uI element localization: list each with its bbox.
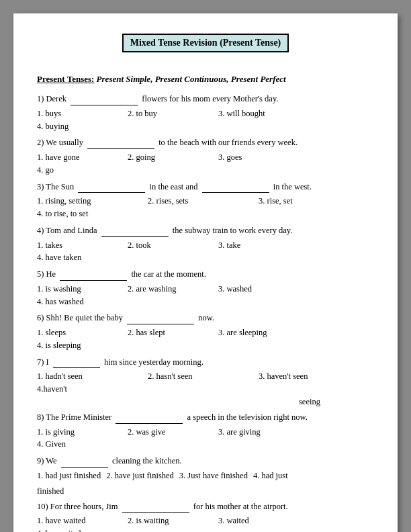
q1-options: 1. buys 2. to buy 3. will bought 4. buyi… <box>37 107 374 133</box>
q8-opt2: 2. was give <box>128 426 215 439</box>
q4-opt4: 4. have taken <box>37 251 124 264</box>
q2-opt1: 1. have gone <box>37 151 124 164</box>
q9-opt2: 2. have just finished <box>106 470 174 482</box>
q3-blank1 <box>78 192 145 193</box>
title-wrapper: Mixed Tense Revision (Present Tense) <box>37 34 374 64</box>
q1-blank <box>71 105 138 105</box>
q3-opt1: 1. rising, setting <box>37 195 144 208</box>
q6-opt3: 3. are sleeping <box>218 326 306 339</box>
q8-text: 8) The Prime Minister a speech in the te… <box>37 411 374 424</box>
question-2: 2) We usually to the beach with our frie… <box>37 136 374 176</box>
q1-opt2: 2. to buy <box>128 107 215 120</box>
q5-opt4: 4. has washed <box>37 296 124 308</box>
q6-options: 1. sleeps 2. has slept 3. are sleeping 4… <box>37 326 374 352</box>
title-text: Mixed Tense Revision (Present Tense) <box>130 38 281 48</box>
q6-opt4: 4. is sleeping <box>37 339 124 352</box>
q4-blank <box>101 236 169 237</box>
q8-opt1: 1. is giving <box>37 426 124 439</box>
q7-opt3: 3. haven't seen <box>259 370 366 383</box>
q7-text: 7) I him since yesterday morning. <box>37 356 374 369</box>
q5-opt3: 3. washed <box>218 283 306 296</box>
q2-opt3: 3. goes <box>218 151 306 164</box>
q1-opt3: 3. will bought <box>218 107 306 120</box>
q10-text: 10) For three hours, Jim for his mother … <box>37 500 374 513</box>
q2-text: 2) We usually to the beach with our frie… <box>37 136 374 149</box>
q7-opt2: 2. hasn't seen <box>148 370 255 383</box>
q4-options: 1. takes 2. took 3. take 4. have taken <box>37 239 374 265</box>
q6-text: 6) Shh! Be quiet the baby now. <box>37 312 374 324</box>
q3-options: 1. rising, setting 2. rises, sets 3. ris… <box>37 195 374 220</box>
q7-opt1: 1. hadn't seen <box>37 370 144 383</box>
q9-opt4: 4. had just <box>253 470 288 482</box>
q3-blank2 <box>202 192 269 193</box>
q9-options: 1. had just finished 2. have just finish… <box>37 470 374 482</box>
q6-blank <box>127 324 194 324</box>
question-1: 1) Derek flowers for his mom every Mothe… <box>37 93 374 132</box>
q10-opt4: 4. has waited <box>37 527 124 532</box>
q3-text: 3) The Sun in the east and in the west. <box>37 181 374 193</box>
q9-opt4-cont: finished <box>37 486 374 496</box>
q1-opt1: 1. buys <box>37 107 124 120</box>
q4-text: 4) Tom and Linda the subway train to wor… <box>37 224 374 237</box>
title-box: Mixed Tense Revision (Present Tense) <box>122 34 289 52</box>
q7-opt4: 4.haven't <box>37 383 124 396</box>
q3-opt3: 3. rise, set <box>259 195 366 208</box>
q9-blank <box>61 467 108 468</box>
q5-text: 5) He the car at the moment. <box>37 268 374 281</box>
q8-blank <box>116 423 183 424</box>
q8-options: 1. is giving 2. was give 3. are giving 4… <box>37 426 374 451</box>
q6-opt1: 1. sleeps <box>37 326 124 339</box>
q4-opt3: 3. take <box>218 239 306 252</box>
question-4: 4) Tom and Linda the subway train to wor… <box>37 224 374 264</box>
q2-opt4: 4. go <box>37 164 124 177</box>
q3-opt2: 2. rises, sets <box>148 195 255 208</box>
q9-text: 9) We cleaning the kitchen. <box>37 455 374 468</box>
q4-opt2: 2. took <box>128 239 215 252</box>
question-8: 8) The Prime Minister a speech in the te… <box>37 411 374 451</box>
q8-opt4: 4. Given <box>37 438 124 451</box>
q1-text: 1) Derek flowers for his mom every Mothe… <box>37 93 374 105</box>
q5-blank <box>60 280 127 281</box>
subtitle-text: Present Simple, Present Continuous, Pres… <box>94 74 285 84</box>
q8-opt3: 3. are giving <box>218 426 306 439</box>
question-10: 10) For three hours, Jim for his mother … <box>37 500 374 533</box>
q7-opt4-cont: seeing <box>299 397 374 407</box>
q2-options: 1. have gone 2. going 3. goes 4. go <box>37 151 374 177</box>
question-6: 6) Shh! Be quiet the baby now. 1. sleeps… <box>37 312 374 351</box>
q9-opt1: 1. had just finished <box>37 470 101 482</box>
q1-opt4: 4. buying <box>37 120 124 133</box>
q10-blank <box>122 512 189 513</box>
q6-opt2: 2. has slept <box>128 326 215 339</box>
q10-options: 1. have waited 2. is waiting 3. waited 4… <box>37 515 374 532</box>
q10-opt1: 1. have waited <box>37 515 124 527</box>
q10-opt3: 3. waited <box>218 515 306 527</box>
worksheet-page: Mixed Tense Revision (Present Tense) Pre… <box>13 13 398 532</box>
q10-opt2: 2. is waiting <box>128 515 215 527</box>
q7-options: 1. hadn't seen 2. hasn't seen 3. haven't… <box>37 370 374 396</box>
subtitle: Present Tenses: Present Simple, Present … <box>37 74 374 85</box>
q5-opt1: 1. is washing <box>37 283 124 296</box>
question-9: 9) We cleaning the kitchen. 1. had just … <box>37 455 374 496</box>
q5-opt2: 2. are washing <box>128 283 215 296</box>
question-7: 7) I him since yesterday morning. 1. had… <box>37 356 374 407</box>
q5-options: 1. is washing 2. are washing 3. washed 4… <box>37 283 374 308</box>
question-3: 3) The Sun in the east and in the west. … <box>37 181 374 220</box>
q2-blank <box>87 148 154 149</box>
q4-opt1: 1. takes <box>37 239 124 252</box>
question-5: 5) He the car at the moment. 1. is washi… <box>37 268 374 308</box>
q2-opt2: 2. going <box>128 151 215 164</box>
q9-opt3: 3. Just have finished <box>179 470 248 482</box>
subtitle-bold: Present Tenses: <box>37 74 94 84</box>
q3-opt4: 4. to rise, to set <box>37 208 144 220</box>
q7-blank <box>53 367 100 368</box>
